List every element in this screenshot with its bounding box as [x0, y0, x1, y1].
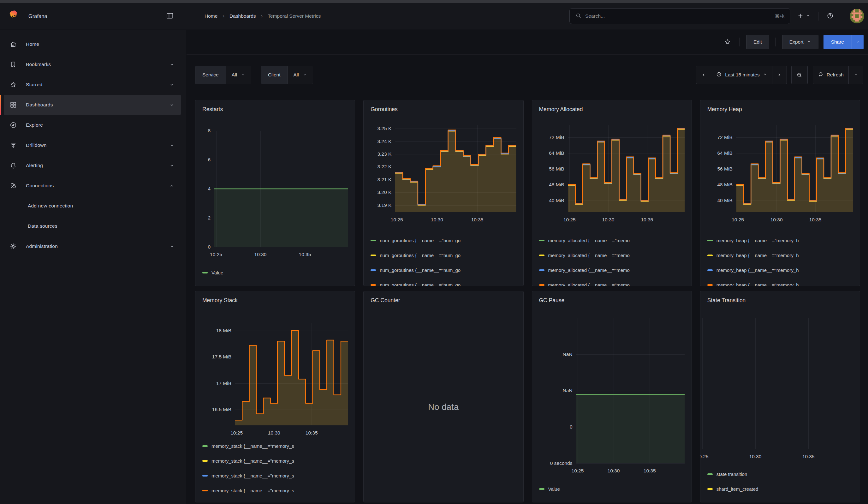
panel-state-transition: State Transition10:2510:3010:35 state tr…	[700, 291, 860, 502]
legend: state transition shard_item_created	[707, 467, 853, 496]
legend-item[interactable]: num_goroutines {__name__="num_go	[371, 263, 516, 278]
legend-item[interactable]: Value	[202, 265, 348, 280]
y-axis-tick: 64 MiB	[707, 150, 733, 156]
zoom-out-button[interactable]	[791, 66, 808, 84]
plot-area	[235, 323, 348, 425]
sidebar-item-explore[interactable]: Explore	[4, 115, 181, 135]
legend-item[interactable]: num_goroutines {__name__="num_go	[371, 278, 516, 286]
divider	[842, 12, 842, 21]
refresh-icon	[818, 71, 824, 78]
sidebar-item-add-new-connection[interactable]: Add new connection	[4, 196, 181, 216]
panel-memory-stack: Memory Stack16.5 MiB17 MiB17.5 MiB18 MiB…	[195, 291, 355, 502]
sidebar-item-data-sources[interactable]: Data sources	[4, 216, 181, 236]
legend-label: memory_stack {__name__="memory_s	[211, 443, 294, 449]
y-axis-tick: 40 MiB	[539, 197, 564, 204]
y-axis-tick: 18 MiB	[202, 328, 231, 334]
sidebar-item-administration[interactable]: Administration	[4, 236, 181, 256]
legend-item[interactable]: memory_heap {__name__="memory_h	[707, 233, 853, 248]
legend-item[interactable]: memory_allocated {__name__="memo	[539, 278, 685, 286]
x-axis-tick: 10:30	[255, 251, 267, 258]
panel-title[interactable]: Memory Stack	[202, 296, 238, 305]
legend-item[interactable]: memory_heap {__name__="memory_h	[707, 278, 853, 286]
legend-item[interactable]: state transition	[707, 467, 853, 482]
chart-area[interactable]: 0246810:2510:3010:35	[202, 131, 348, 258]
y-axis-tick: 40 MiB	[707, 197, 733, 204]
legend-item[interactable]: memory_stack {__name__="memory_s	[202, 468, 348, 483]
add-new-button[interactable]	[795, 11, 812, 22]
variable-value-dropdown[interactable]: All	[288, 66, 313, 84]
sidebar-item-home[interactable]: Home	[4, 34, 181, 54]
share-dropdown-button[interactable]	[851, 35, 864, 49]
legend-item[interactable]: memory_heap {__name__="memory_h	[707, 263, 853, 278]
chevron-down-icon	[169, 143, 175, 148]
help-button[interactable]	[825, 10, 836, 22]
chart-area[interactable]: 40 MiB48 MiB56 MiB64 MiB72 MiB10:2510:30…	[707, 125, 853, 224]
export-label: Export	[789, 39, 804, 45]
chart-area[interactable]: 40 MiB48 MiB56 MiB64 MiB72 MiB10:2510:30…	[539, 125, 685, 224]
panel-title[interactable]: Memory Heap	[707, 105, 742, 113]
legend-item[interactable]: memory_stack {__name__="memory_s	[202, 483, 348, 498]
export-button[interactable]: Export	[782, 35, 818, 49]
compass-icon	[9, 121, 17, 129]
breadcrumb-item-home[interactable]: Home	[205, 13, 217, 19]
sidebar-item-dashboards[interactable]: Dashboards	[4, 95, 181, 115]
legend-item[interactable]: memory_stack {__name__="memory_s	[202, 453, 348, 468]
divider	[818, 12, 818, 21]
time-shift-back-button[interactable]	[696, 66, 711, 84]
chart-area[interactable]: 3.19 K3.20 K3.21 K3.22 K3.23 K3.24 K3.25…	[371, 125, 516, 224]
y-axis-tick: 56 MiB	[539, 166, 564, 172]
breadcrumb-item-dashboards[interactable]: Dashboards	[229, 13, 256, 19]
series-svg	[576, 318, 685, 463]
refresh-interval-dropdown[interactable]	[848, 66, 863, 84]
search-input[interactable]: Search... ⌘+k	[569, 8, 790, 24]
user-avatar[interactable]	[850, 9, 864, 23]
bookmark-icon	[9, 61, 17, 68]
panel-title[interactable]: Goroutines	[371, 105, 398, 113]
y-axis-tick: 72 MiB	[707, 134, 733, 141]
panel-title[interactable]: GC Counter	[371, 296, 400, 305]
sidebar-item-starred[interactable]: Starred	[4, 74, 181, 95]
panel-title[interactable]: Restarts	[202, 105, 223, 113]
legend-item[interactable]: memory_allocated {__name__="memo	[539, 263, 685, 278]
gridline-vertical	[702, 318, 703, 449]
y-axis-tick: 2	[202, 215, 210, 221]
y-axis-tick: 0	[202, 244, 210, 250]
sidebar-item-bookmarks[interactable]: Bookmarks	[4, 54, 181, 74]
sidebar-item-drilldown[interactable]: Drilldown	[4, 135, 181, 155]
plot-area	[568, 125, 685, 212]
time-range-picker[interactable]: Last 15 minutes	[711, 66, 772, 84]
sidebar-item-label: Explore	[26, 122, 43, 128]
sidebar-item-alerting[interactable]: Alerting	[4, 155, 181, 176]
legend-item[interactable]: num_goroutines {__name__="num_go	[371, 233, 516, 248]
legend-item[interactable]: memory_heap {__name__="memory_h	[707, 248, 853, 263]
legend-item[interactable]: memory_allocated {__name__="memo	[539, 248, 685, 263]
chart-area[interactable]: 10:2510:3010:35	[700, 318, 860, 460]
series-svg	[214, 131, 348, 247]
legend-label: memory_allocated {__name__="memo	[548, 253, 630, 258]
panel-title[interactable]: State Transition	[707, 296, 746, 305]
sidebar-item-label: Home	[26, 41, 39, 47]
legend-item[interactable]: shard_item_created	[707, 482, 853, 496]
sidebar-toggle-icon[interactable]	[164, 10, 175, 22]
panel-title[interactable]: GC Pause	[539, 296, 565, 305]
legend-item[interactable]: Value	[539, 482, 685, 496]
legend-label: num_goroutines {__name__="num_go	[380, 267, 461, 273]
favorite-star-icon[interactable]	[722, 36, 733, 48]
legend-label: num_goroutines {__name__="num_go	[380, 238, 461, 243]
chart-area[interactable]: 0 seconds0NaNNaN10:2510:3010:35	[539, 318, 685, 475]
search-placeholder: Search...	[585, 13, 605, 19]
time-shift-forward-button[interactable]	[772, 66, 787, 84]
variable-value-dropdown[interactable]: All	[226, 66, 251, 84]
edit-button[interactable]: Edit	[746, 35, 769, 49]
y-axis-tick: 48 MiB	[707, 182, 733, 188]
variable-label: Client	[261, 66, 288, 84]
refresh-button[interactable]: Refresh	[813, 66, 848, 84]
legend-item[interactable]: num_goroutines {__name__="num_go	[371, 248, 516, 263]
chart-area[interactable]: 16.5 MiB17 MiB17.5 MiB18 MiB10:2510:3010…	[202, 323, 348, 437]
legend-item[interactable]: memory_allocated {__name__="memo	[539, 233, 685, 248]
legend-item[interactable]: memory_stack {__name__="memory_s	[202, 439, 348, 453]
share-button[interactable]: Share	[824, 35, 851, 49]
sidebar-item-label: Connections	[26, 183, 54, 188]
sidebar-item-connections[interactable]: Connections	[4, 176, 181, 196]
panel-title[interactable]: Memory Allocated	[539, 105, 583, 113]
